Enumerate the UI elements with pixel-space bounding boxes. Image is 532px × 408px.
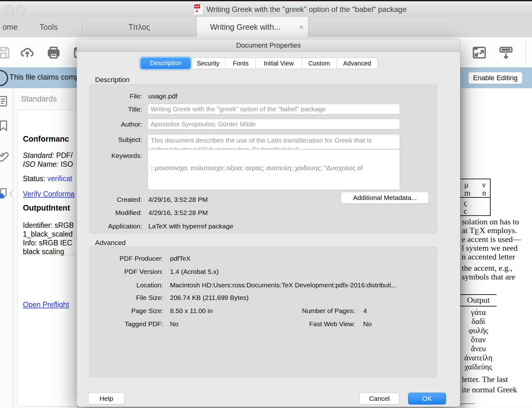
output-table-row: ὅταν [460,335,497,344]
help-button[interactable]: Help [88,393,125,405]
traffic-light-minimize[interactable] [16,5,26,14]
file-value: usage.pdf [148,92,177,100]
tab-tools[interactable]: Tools [31,17,66,37]
pdf-version-value: 1.4 (Acrobat 5.x) [170,268,219,275]
verify-conformance-link[interactable]: Verify Conforma [23,190,75,198]
title-input[interactable]: Writing Greek with the "greek" option of… [148,104,400,114]
standards-panel-title: Standards [21,94,57,103]
tab-titlos[interactable]: Τὶτλος [82,17,196,37]
keywords-line: ; μονοτονιχο; πολυτονιχο; οξεια; αερας; … [151,164,363,172]
tagged-pdf-label: Tagged PDF: [99,320,163,328]
enable-editing-button[interactable]: Enable Editing [468,72,522,84]
standards-panel: Standards Conformanc Standard: PDF/ ISO … [13,88,77,408]
pdf-text-line: e accent is used— [462,235,521,244]
fit-window-icon[interactable] [471,45,487,60]
share-upload-icon[interactable] [19,45,35,60]
modified-value: 4/29/16, 3:52:28 PM [148,209,208,217]
output-table-row: ἀνατείλη [460,353,497,362]
tab-advanced[interactable]: Advanced [337,58,378,69]
application-value: LaTeX with hyperref package [148,222,233,230]
advanced-group-box: PDF Producer: pdfTeX PDF Version: 1.4 (A… [89,246,437,377]
output-table-row: χαϊδεύης [460,363,497,371]
attachments-icon[interactable] [0,151,11,163]
status-label: Status: [23,175,45,183]
cancel-button[interactable]: Cancel [359,393,399,405]
tab-custom[interactable]: Custom [302,58,337,69]
standard-label: Standard: [23,151,54,160]
table-cell: c [464,207,467,216]
author-input[interactable]: Apostolos Syropoulos; Günter Milde [148,119,400,129]
standards-icon[interactable]: i [0,187,11,200]
compliance-badge-icon [0,70,8,86]
table-rule [460,306,497,306]
keywords-input[interactable]: ; μονοτονιχο; πολυτονιχο; οξεια; αερας; … [148,149,400,190]
acrobat-glyph: ᴧ [195,8,198,14]
fast-web-view-label: Fast Web View: [292,320,355,328]
dialog-titlebar[interactable]: Document Properties [77,39,460,52]
title-label: Title: [95,106,142,113]
window-titlebar: PDF ᴧ Writing Greek with the "greek" opt… [0,1,532,17]
subject-label: Subject: [95,136,142,144]
identifier-line: Info: sRGB IEC [23,239,72,247]
hide-toolbar-icon[interactable] [498,45,514,60]
tab-security[interactable]: Security [191,58,226,69]
pdf-file-icon: PDF ᴧ [194,4,203,14]
page-thumbnails-icon[interactable] [0,95,11,107]
created-value: 4/29/16, 3:52:28 PM [148,196,208,203]
subject-input[interactable]: This document describes the use of the L… [148,134,400,149]
pdf-text-line: the accent, e.g., [462,264,513,273]
greek-letters-table: μ ν m n ς c [460,179,491,216]
description-section-label: Description [95,76,130,84]
tab-initial-view[interactable]: Initial View [256,58,302,69]
description-group-box: File: usage.pdf Title: Writing Greek wit… [89,84,437,234]
pdf-text-line: symbols that are [462,272,515,282]
identifier-line: 1_black_scaled [23,230,73,238]
identifier-line: Identifier: sRGB [23,221,74,230]
table-cell: n [482,189,486,197]
navigation-rail: i [0,88,13,408]
table-cell: ς [464,199,467,207]
number-of-pages-value: 4 [363,307,367,315]
tab-description[interactable]: Description [141,58,191,69]
svg-text:i: i [1,194,2,199]
compliance-message: This file claims compli [9,73,82,81]
table-rule [460,294,497,295]
tab-home[interactable]: ome [0,17,26,37]
output-table-row: φυλῆς [460,326,497,335]
traffic-light-close[interactable] [4,5,14,14]
pdf-text-line: l system we need [462,243,518,253]
output-table-row: γάτα [460,308,497,317]
print-icon[interactable] [46,45,61,60]
file-size-label: File Size: [99,294,163,301]
additional-metadata-button[interactable]: Additional Metadata... [341,192,429,204]
output-table-row: δαδὶ [460,317,497,326]
panel-divider [23,255,77,255]
pdf-version-label: PDF Version: [99,268,163,275]
pdf-text-line: letter. The last [462,375,508,384]
fast-web-view-value: No [363,320,372,328]
window-title: Writing Greek with the "greek" option of… [206,5,407,14]
pdf-producer-value: pdfTeX [170,255,190,262]
standard-value: PDF/ [56,151,72,160]
standards-panel-content: Conformanc Standard: PDF/ ISO Name: ISO … [17,110,77,406]
pdf-text-line: n accented letter [462,252,515,262]
status-value: verificat [47,175,72,183]
file-size-value: 206.74 KB (211,699 Bytes) [170,294,249,301]
pdf-text-line: ite normal Greek [462,385,517,395]
pdf-producer-label: PDF Producer: [99,255,163,262]
iso-name-label: ISO Name: [23,160,59,168]
close-tab-icon[interactable]: × [299,23,304,31]
footnote-rule [460,404,475,404]
page-size-value: 8.50 x 11.00 in [170,307,213,315]
table-cell: μ [464,180,468,189]
ok-button[interactable]: OK [408,393,446,405]
open-preflight-link[interactable]: Open Preflight [23,301,69,309]
tab-fonts[interactable]: Fonts [226,58,256,69]
save-icon[interactable] [0,45,11,60]
pdf-text-line-tex: at TEX employs. [462,226,517,235]
pdf-page-content: μ ν m n ς c solation on has to at TEX em… [460,88,532,408]
bookmarks-icon[interactable] [0,119,11,132]
tab-active-document[interactable]: Writing Greek with... × [196,17,308,37]
iso-name-value: ISO [61,160,73,168]
keywords-label: Keywords: [95,152,142,160]
